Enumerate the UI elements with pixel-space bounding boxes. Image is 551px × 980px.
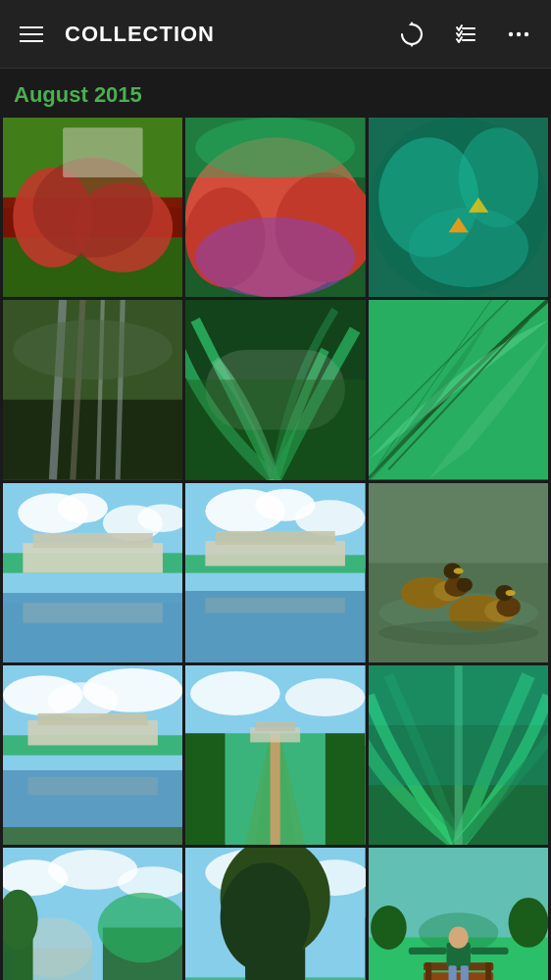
photo-cell[interactable] bbox=[185, 483, 365, 662]
svg-rect-55 bbox=[3, 593, 182, 603]
svg-point-7 bbox=[525, 31, 528, 35]
app-header: COLLECTION bbox=[0, 0, 551, 69]
svg-rect-53 bbox=[33, 533, 153, 548]
svg-point-135 bbox=[371, 906, 407, 950]
svg-rect-145 bbox=[471, 948, 509, 955]
svg-rect-99 bbox=[185, 733, 225, 845]
photo-cell[interactable] bbox=[369, 665, 548, 845]
svg-point-37 bbox=[13, 320, 173, 380]
header-right bbox=[394, 17, 535, 52]
checklist-button[interactable] bbox=[449, 18, 482, 51]
hamburger-menu-button[interactable] bbox=[16, 23, 47, 46]
hamburger-icon bbox=[20, 26, 43, 42]
svg-point-61 bbox=[295, 500, 365, 536]
photo-image bbox=[3, 665, 182, 845]
svg-rect-56 bbox=[23, 603, 163, 622]
photo-image bbox=[3, 483, 182, 662]
svg-point-19 bbox=[196, 218, 356, 297]
photo-cell[interactable] bbox=[3, 118, 182, 297]
svg-rect-91 bbox=[38, 713, 148, 725]
photo-cell[interactable] bbox=[3, 300, 182, 479]
photo-cell[interactable] bbox=[3, 848, 182, 980]
svg-point-88 bbox=[48, 682, 118, 718]
svg-point-74 bbox=[456, 577, 472, 591]
svg-rect-138 bbox=[424, 973, 493, 980]
svg-point-98 bbox=[285, 678, 365, 716]
page-title: COLLECTION bbox=[65, 22, 215, 47]
photo-image bbox=[369, 118, 548, 297]
svg-rect-144 bbox=[408, 948, 446, 955]
svg-rect-147 bbox=[460, 965, 468, 980]
photo-image bbox=[3, 848, 182, 980]
svg-point-143 bbox=[448, 927, 468, 949]
photo-cell[interactable] bbox=[185, 848, 365, 980]
photo-image bbox=[185, 118, 365, 297]
svg-rect-141 bbox=[485, 962, 491, 980]
photo-cell[interactable] bbox=[3, 483, 182, 662]
svg-rect-64 bbox=[216, 531, 335, 545]
svg-point-27 bbox=[408, 208, 527, 287]
photo-grid bbox=[0, 118, 551, 980]
photo-cell[interactable] bbox=[185, 118, 365, 297]
svg-rect-104 bbox=[280, 733, 326, 845]
month-label: August 2015 bbox=[0, 69, 551, 118]
svg-rect-41 bbox=[185, 380, 365, 480]
svg-rect-93 bbox=[27, 777, 157, 795]
photo-cell[interactable] bbox=[185, 665, 365, 845]
photo-image bbox=[3, 118, 182, 297]
svg-point-97 bbox=[190, 671, 280, 715]
photo-image bbox=[369, 300, 548, 479]
more-options-icon bbox=[506, 22, 531, 47]
svg-rect-94 bbox=[3, 827, 182, 845]
svg-point-84 bbox=[378, 620, 538, 644]
sync-button[interactable] bbox=[394, 17, 429, 52]
photo-image bbox=[369, 848, 548, 980]
svg-point-5 bbox=[509, 31, 513, 35]
svg-rect-146 bbox=[448, 965, 456, 980]
photo-cell[interactable] bbox=[369, 848, 548, 980]
svg-rect-108 bbox=[369, 665, 548, 725]
svg-rect-14 bbox=[63, 127, 142, 177]
svg-point-48 bbox=[58, 493, 108, 523]
photo-image bbox=[3, 300, 182, 479]
svg-rect-100 bbox=[326, 733, 366, 845]
svg-rect-106 bbox=[256, 721, 296, 731]
sync-icon bbox=[398, 21, 426, 48]
svg-point-128 bbox=[221, 863, 311, 973]
svg-rect-66 bbox=[206, 598, 346, 612]
svg-point-77 bbox=[453, 567, 463, 573]
photo-image bbox=[369, 483, 548, 662]
photo-cell[interactable] bbox=[369, 118, 548, 297]
photo-image bbox=[369, 665, 548, 845]
photo-image bbox=[185, 300, 365, 479]
photo-image bbox=[185, 848, 365, 980]
photo-cell[interactable] bbox=[369, 300, 548, 479]
svg-point-83 bbox=[505, 590, 515, 596]
svg-point-6 bbox=[517, 31, 521, 35]
more-options-button[interactable] bbox=[502, 18, 535, 51]
svg-rect-103 bbox=[225, 733, 271, 845]
photo-cell[interactable] bbox=[3, 665, 182, 845]
svg-marker-0 bbox=[409, 22, 415, 25]
svg-marker-1 bbox=[409, 43, 415, 47]
svg-point-21 bbox=[196, 118, 356, 177]
header-left: COLLECTION bbox=[16, 22, 215, 47]
svg-point-136 bbox=[508, 898, 548, 948]
photo-image bbox=[185, 665, 365, 845]
checklist-icon bbox=[453, 22, 478, 47]
svg-rect-140 bbox=[426, 962, 431, 980]
svg-rect-32 bbox=[3, 400, 182, 479]
photo-cell[interactable] bbox=[369, 483, 548, 662]
photo-image bbox=[185, 483, 365, 662]
photo-cell[interactable] bbox=[185, 300, 365, 479]
svg-rect-109 bbox=[369, 725, 548, 785]
